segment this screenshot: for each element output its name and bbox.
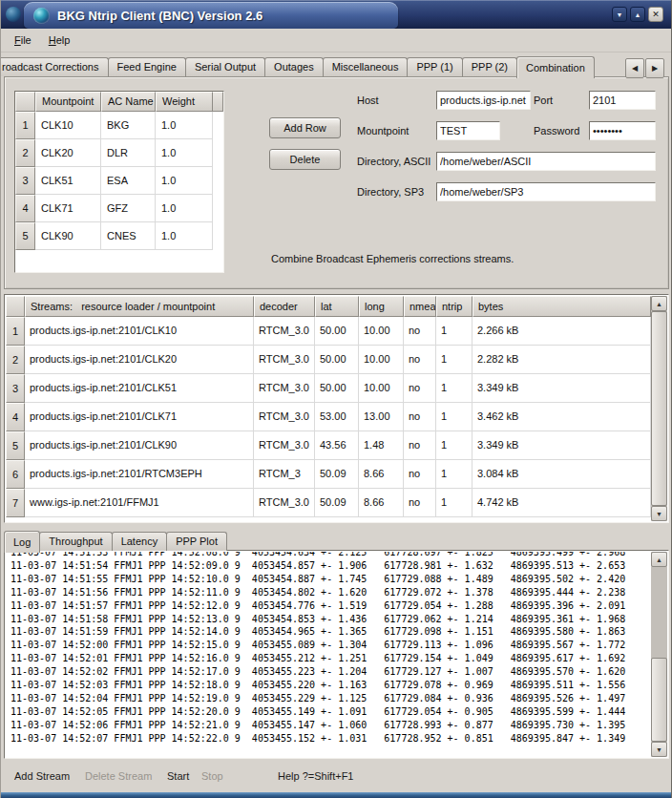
menu-help[interactable]: Help bbox=[40, 32, 79, 49]
titlebar[interactable]: BKG Ntrip Client (BNC) Version 2.6 ▼ ▲ ✕ bbox=[1, 0, 671, 29]
tab-feed-engine[interactable]: Feed Engine bbox=[108, 57, 186, 76]
tab-scroll-right-button[interactable]: ▶ bbox=[645, 58, 664, 78]
tab-ppp-2[interactable]: PPP (2) bbox=[462, 57, 517, 76]
col-streams[interactable]: Streams: resource loader / mountpoint bbox=[25, 296, 254, 317]
row-number: 1 bbox=[6, 317, 25, 346]
col-nmea[interactable]: nmea bbox=[404, 296, 436, 317]
scrollbar-track[interactable] bbox=[651, 311, 667, 506]
tab-outages[interactable]: Outages bbox=[264, 57, 324, 76]
combination-caption: Combine Broadcast Ephemeris corrections … bbox=[271, 253, 514, 264]
dir-ascii-label: Directory, ASCII bbox=[357, 156, 430, 168]
scrollbar-track[interactable] bbox=[651, 567, 667, 742]
combination-row[interactable]: 1 CLK10 BKG 1.0 bbox=[15, 112, 223, 139]
stream-row[interactable]: 4 products.igs-ip.net:2101/CLK71 RTCM_3.… bbox=[6, 403, 651, 431]
log-scrollbar[interactable]: ▲ ▼ bbox=[651, 552, 667, 757]
mountpoint-input[interactable] bbox=[436, 121, 500, 140]
maximize-button[interactable]: ▲ bbox=[630, 7, 645, 22]
cell-nmea: no bbox=[404, 460, 436, 489]
header-filler bbox=[213, 92, 223, 112]
col-long[interactable]: long bbox=[359, 296, 404, 317]
log-line: 11-03-07 14:52:03 FFMJ1 PPP 14:52:18.0 9… bbox=[10, 679, 651, 692]
cell-decoder: RTCM_3.0 bbox=[254, 403, 315, 431]
minimize-button[interactable]: ▼ bbox=[612, 7, 627, 22]
cell-ntrip: 1 bbox=[436, 374, 472, 403]
combination-row[interactable]: 4 CLK71 GFZ 1.0 bbox=[15, 195, 223, 222]
stream-row[interactable]: 6 products.igs-ip.net:2101/RTCM3EPH RTCM… bbox=[6, 460, 651, 489]
add-stream-button[interactable]: Add Stream bbox=[14, 770, 70, 782]
menu-file[interactable]: File bbox=[6, 32, 40, 49]
close-button[interactable]: ✕ bbox=[648, 7, 663, 22]
tab-latency[interactable]: Latency bbox=[112, 532, 168, 551]
scroll-up-button[interactable]: ▲ bbox=[651, 296, 667, 311]
log-line: 11-03-07 14:51:54 FFMJ1 PPP 14:52:09.0 9… bbox=[10, 559, 651, 573]
col-bytes[interactable]: bytes bbox=[472, 296, 651, 317]
tab-ppp-1[interactable]: PPP (1) bbox=[407, 57, 462, 76]
cell-stream: products.igs-ip.net:2101/CLK51 bbox=[25, 374, 254, 403]
cell-bytes: 3.349 kB bbox=[472, 431, 651, 460]
cell-mountpoint: CLK90 bbox=[35, 222, 101, 250]
corner-header bbox=[15, 92, 35, 112]
add-row-button[interactable]: Add Row bbox=[269, 117, 341, 138]
col-decoder[interactable]: decoder bbox=[254, 296, 315, 317]
scrollbar-thumb[interactable] bbox=[651, 658, 667, 742]
log-line: 11-03-07 14:52:07 FFMJ1 PPP 14:52:22.0 9… bbox=[10, 732, 651, 746]
minimize-icon: ▼ bbox=[617, 11, 623, 18]
cell-long: 10.00 bbox=[359, 374, 404, 403]
scroll-down-icon: ▼ bbox=[656, 746, 662, 753]
password-input[interactable] bbox=[589, 121, 656, 140]
stream-row[interactable]: 1 products.igs-ip.net:2101/CLK10 RTCM_3.… bbox=[6, 317, 651, 346]
scroll-up-button[interactable]: ▲ bbox=[651, 552, 667, 567]
cell-mountpoint: CLK51 bbox=[35, 167, 101, 195]
log-line: 11-03-07 14:52:00 FFMJ1 PPP 14:52:15.0 9… bbox=[10, 639, 651, 652]
tab-serial-output[interactable]: Serial Output bbox=[185, 57, 265, 76]
log-panel: 11-03-07 14:51:53 FFMJ1 PPP 14:52:08.0 9… bbox=[4, 550, 669, 759]
window-menu-icon[interactable] bbox=[6, 7, 21, 22]
tab-ppp-plot[interactable]: PPP Plot bbox=[166, 532, 227, 551]
port-input[interactable] bbox=[589, 91, 656, 110]
col-lat[interactable]: lat bbox=[315, 296, 359, 317]
log-line: 11-03-07 14:51:56 FFMJ1 PPP 14:52:11.0 9… bbox=[10, 586, 651, 599]
tab-broadcast-corrections[interactable]: roadcast Corrections bbox=[0, 57, 109, 76]
col-ac-name[interactable]: AC Name bbox=[101, 92, 156, 112]
log-output[interactable]: 11-03-07 14:51:53 FFMJ1 PPP 14:52:08.0 9… bbox=[6, 552, 651, 757]
dir-sp3-input[interactable] bbox=[436, 182, 656, 201]
streams-scrollbar[interactable]: ▲ ▼ bbox=[651, 296, 667, 521]
start-button[interactable]: Start bbox=[167, 770, 189, 782]
host-input[interactable] bbox=[436, 91, 531, 110]
cell-ntrip: 1 bbox=[436, 317, 472, 346]
stream-row[interactable]: 5 products.igs-ip.net:2101/CLK90 RTCM_3.… bbox=[6, 431, 651, 460]
cell-decoder: RTCM_3.0 bbox=[254, 374, 315, 403]
combination-row[interactable]: 3 CLK51 ESA 1.0 bbox=[15, 167, 223, 195]
scroll-down-button[interactable]: ▼ bbox=[651, 506, 667, 521]
tab-scroll-left-button[interactable]: ◀ bbox=[625, 58, 644, 78]
cell-bytes: 4.742 kB bbox=[472, 489, 651, 517]
combination-row[interactable]: 5 CLK90 CNES 1.0 bbox=[15, 222, 223, 250]
delete-stream-button[interactable]: Delete Stream bbox=[85, 770, 152, 782]
stop-button[interactable]: Stop bbox=[201, 770, 223, 782]
tab-miscellaneous[interactable]: Miscellaneous bbox=[323, 57, 409, 76]
col-mountpoint[interactable]: Mountpoint bbox=[35, 92, 101, 112]
stream-row[interactable]: 3 products.igs-ip.net:2101/CLK51 RTCM_3.… bbox=[6, 374, 651, 403]
stream-row[interactable]: 2 products.igs-ip.net:2101/CLK20 RTCM_3.… bbox=[6, 346, 651, 374]
col-ntrip[interactable]: ntrip bbox=[436, 296, 472, 317]
cell-bytes: 3.462 kB bbox=[472, 403, 651, 431]
combination-row[interactable]: 2 CLK20 DLR 1.0 bbox=[15, 139, 223, 167]
tab-combination[interactable]: Combination bbox=[516, 56, 595, 78]
stream-row[interactable]: 7 www.igs-ip.net:2101/FFMJ1 RTCM_3.0 50.… bbox=[6, 489, 651, 517]
window-title: BKG Ntrip Client (BNC) Version 2.6 bbox=[57, 9, 262, 23]
delete-button[interactable]: Delete bbox=[269, 149, 341, 170]
scrollbar-thumb[interactable] bbox=[651, 311, 667, 506]
cell-decoder: RTCM_3.0 bbox=[254, 317, 315, 346]
dir-ascii-input[interactable] bbox=[436, 152, 656, 171]
combination-table-header: Mountpoint AC Name Weight bbox=[15, 92, 223, 112]
cell-bytes: 3.349 kB bbox=[472, 374, 651, 403]
tab-log[interactable]: Log bbox=[4, 531, 40, 553]
tab-throughput[interactable]: Throughput bbox=[39, 532, 112, 551]
cell-ntrip: 1 bbox=[436, 431, 472, 460]
log-line: 11-03-07 14:51:53 FFMJ1 PPP 14:52:08.0 9… bbox=[10, 552, 651, 559]
cell-mountpoint: CLK10 bbox=[35, 112, 101, 139]
scroll-down-button[interactable]: ▼ bbox=[651, 742, 667, 757]
col-weight[interactable]: Weight bbox=[156, 92, 213, 112]
cell-nmea: no bbox=[404, 317, 436, 346]
cell-bytes: 2.282 kB bbox=[472, 346, 651, 374]
